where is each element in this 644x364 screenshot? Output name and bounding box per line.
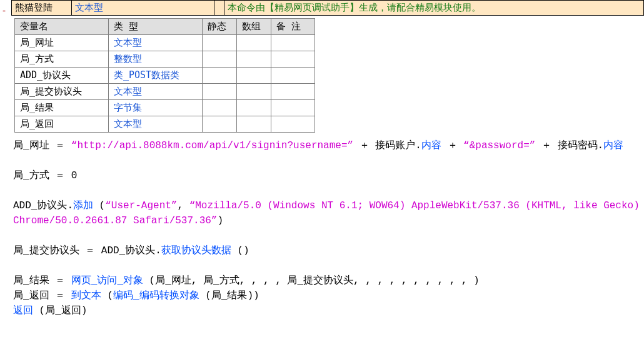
var-array[interactable]	[237, 51, 271, 68]
var-array[interactable]	[237, 35, 271, 51]
var-static[interactable]	[203, 116, 237, 133]
func-comment-cell[interactable]: 本命令由【精易网页调试助手】生成，请配合精易模块使用。	[224, 1, 643, 15]
member: 内容	[421, 140, 441, 151]
table-row[interactable]: ADD_协议头 类_POST数据类	[15, 68, 315, 84]
th-static: 静态	[203, 19, 237, 35]
var-remark[interactable]	[271, 51, 315, 68]
open-paren: (	[101, 290, 113, 301]
th-remark: 备 注	[271, 19, 315, 35]
code-text: 局_方式 ＝ 0	[13, 170, 77, 181]
function-call: 到文本	[71, 290, 101, 301]
var-type[interactable]: 类_POST数据类	[109, 68, 203, 84]
code-text: 局_返回 ＝	[13, 290, 71, 301]
th-name: 变量名	[15, 19, 109, 35]
string-literal: “http://api.8088km.com/api/v1/signin?use…	[71, 140, 353, 151]
operator: ＋	[441, 140, 463, 151]
string-literal: “&password=”	[463, 140, 535, 151]
var-static[interactable]	[203, 100, 237, 116]
var-remark[interactable]	[271, 100, 315, 116]
function-header: 熊猫登陆 文本型 本命令由【精易网页调试助手】生成，请配合精易模块使用。	[11, 0, 644, 16]
var-static[interactable]	[203, 35, 237, 51]
code-line[interactable]: 返回 (局_返回)	[13, 303, 644, 318]
member: 内容	[603, 140, 623, 151]
func-name-cell[interactable]: 熊猫登陆	[12, 1, 72, 15]
code-text: ADD_协议头.	[13, 200, 73, 211]
code-line[interactable]: 局_网址 ＝ “http://api.8088km.com/api/v1/sig…	[13, 138, 644, 153]
identifier: 接码密码	[558, 140, 598, 151]
code-line[interactable]: 局_结果 ＝ 网页_访问_对象 (局_网址, 局_方式, , , , 局_提交协…	[13, 273, 644, 288]
table-row[interactable]: 局_结果 字节集	[15, 100, 315, 116]
args: (局_网址, 局_方式, , , , 局_提交协议头, , , , , , , …	[143, 275, 480, 286]
var-name[interactable]: ADD_协议头	[15, 68, 109, 84]
operator: ＋	[535, 140, 557, 151]
blank-line	[13, 153, 644, 168]
dot: .	[415, 140, 421, 151]
var-array[interactable]	[237, 68, 271, 84]
code-line[interactable]: 局_方式 ＝ 0	[13, 168, 644, 183]
var-array[interactable]	[237, 116, 271, 133]
var-array[interactable]	[237, 100, 271, 116]
var-remark[interactable]	[271, 35, 315, 51]
var-remark[interactable]	[271, 84, 315, 100]
var-remark[interactable]	[271, 116, 315, 133]
operator: ＋	[353, 140, 375, 151]
table-row[interactable]: 局_返回 文本型	[15, 116, 315, 133]
var-static[interactable]	[203, 51, 237, 68]
var-type[interactable]: 字节集	[109, 100, 203, 116]
code-line[interactable]: 局_提交协议头 ＝ ADD_协议头.获取协议头数据 ()	[13, 243, 644, 258]
var-name[interactable]: 局_返回	[15, 116, 109, 133]
blank-line	[13, 228, 644, 243]
blank-line	[13, 183, 644, 198]
keyword: 返回	[13, 305, 33, 316]
func-type-cell[interactable]: 文本型	[72, 1, 214, 15]
args: (局_结果)	[199, 290, 253, 301]
var-static[interactable]	[203, 84, 237, 100]
code-text: 局_网址 ＝	[13, 140, 71, 151]
func-empty-cell	[214, 1, 224, 15]
function-call: 编码_编码转换对象	[113, 290, 199, 301]
var-type[interactable]: 整数型	[109, 51, 203, 68]
header-wrap: - 熊猫登陆 文本型 本命令由【精易网页调试助手】生成，请配合精易模块使用。	[0, 0, 644, 16]
args: (	[93, 200, 105, 211]
code-line[interactable]: ADD_协议头.添加 (“User-Agent”, “Mozilla/5.0 (…	[13, 198, 644, 228]
var-name[interactable]: 局_方式	[15, 51, 109, 68]
function-call: 添加	[73, 200, 93, 211]
var-name[interactable]: 局_网址	[15, 35, 109, 51]
table-row[interactable]: 局_提交协议头 文本型	[15, 84, 315, 100]
var-name[interactable]: 局_结果	[15, 100, 109, 116]
table-row[interactable]: 局_网址 文本型	[15, 35, 315, 51]
th-array: 数组	[237, 19, 271, 35]
dot: .	[598, 140, 604, 151]
args: (局_返回)	[33, 305, 87, 316]
close-paren: )	[217, 215, 223, 226]
var-type[interactable]: 文本型	[109, 35, 203, 51]
code-text: 局_结果 ＝	[13, 275, 71, 286]
th-type: 类 型	[109, 19, 203, 35]
string-literal: “User-Agent”	[105, 200, 177, 211]
code-text: 局_提交协议头 ＝ ADD_协议头.	[13, 245, 161, 256]
comma: ,	[177, 200, 189, 211]
code-block[interactable]: 局_网址 ＝ “http://api.8088km.com/api/v1/sig…	[0, 135, 644, 318]
identifier: 接码账户	[375, 140, 415, 151]
var-array[interactable]	[237, 84, 271, 100]
blank-line	[13, 258, 644, 273]
close-paren: )	[253, 290, 259, 301]
parens: ()	[231, 245, 249, 256]
var-type[interactable]: 文本型	[109, 116, 203, 133]
function-call: 获取协议头数据	[161, 245, 231, 256]
var-remark[interactable]	[271, 68, 315, 84]
tree-dash: -	[1, 5, 7, 16]
code-line[interactable]: 局_返回 ＝ 到文本 (编码_编码转换对象 (局_结果))	[13, 288, 644, 303]
code-editor: - 熊猫登陆 文本型 本命令由【精易网页调试助手】生成，请配合精易模块使用。 变…	[0, 0, 644, 318]
variables-table: 变量名 类 型 静态 数组 备 注 局_网址 文本型 局_方式 整数型	[14, 18, 315, 133]
var-static[interactable]	[203, 68, 237, 84]
table-row[interactable]: 局_方式 整数型	[15, 51, 315, 68]
table-header-row: 变量名 类 型 静态 数组 备 注	[15, 19, 315, 35]
var-name[interactable]: 局_提交协议头	[15, 84, 109, 100]
function-call: 网页_访问_对象	[71, 275, 143, 286]
var-type[interactable]: 文本型	[109, 84, 203, 100]
